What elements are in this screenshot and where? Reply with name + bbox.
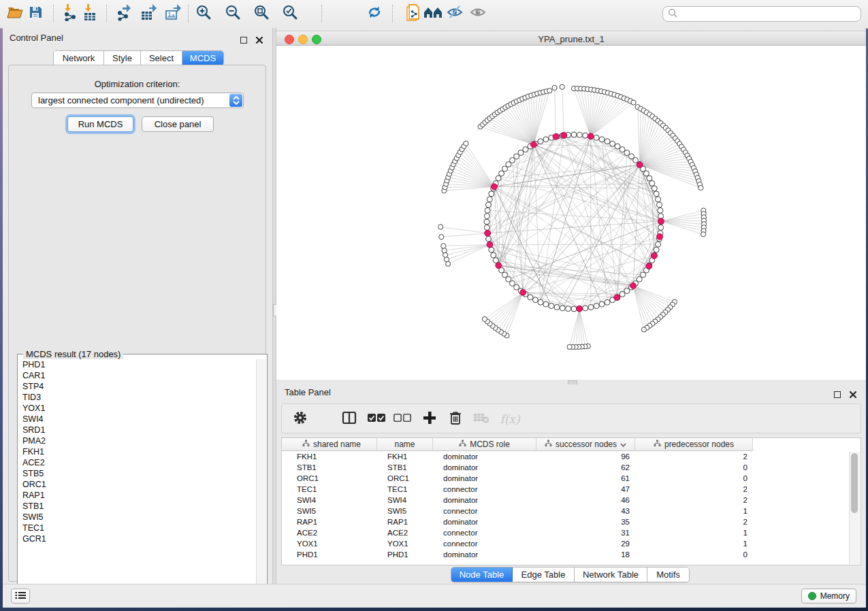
export-network-icon xyxy=(115,3,133,24)
column-header-successor-nodes[interactable]: successor nodes xyxy=(536,438,635,451)
table-cell: YOX1 xyxy=(377,540,433,548)
float-panel-icon[interactable] xyxy=(834,389,841,401)
close-panel-icon[interactable] xyxy=(850,389,856,401)
table-tab-bar: Node Table Edge Table Network Table Moti… xyxy=(451,567,690,582)
column-header-shared-name[interactable]: shared name xyxy=(287,438,377,451)
table-settings-button[interactable] xyxy=(291,411,309,427)
show-graphics-details-button[interactable] xyxy=(467,3,489,24)
split-panel-button[interactable] xyxy=(340,411,358,427)
table-cell: 2 xyxy=(635,485,753,493)
import-table-icon xyxy=(81,3,99,24)
horizontal-splitter[interactable] xyxy=(276,380,866,384)
tab-select[interactable]: Select xyxy=(141,51,182,65)
table-cell: 1 xyxy=(635,529,753,537)
mcds-result-item[interactable]: STP4 xyxy=(18,381,257,392)
delete-column-button[interactable] xyxy=(447,411,464,427)
table-scrollbar-thumb[interactable] xyxy=(851,453,858,513)
export-table-button[interactable] xyxy=(138,3,159,24)
save-session-button[interactable] xyxy=(25,3,46,24)
mcds-result-item[interactable]: PMA2 xyxy=(18,435,257,446)
hide-graphics-details-button[interactable] xyxy=(444,3,466,24)
table-row[interactable]: STB1STB1dominator620 xyxy=(282,462,850,473)
close-panel-icon[interactable] xyxy=(256,34,263,46)
open-file-button[interactable] xyxy=(4,3,26,24)
mcds-result-item[interactable]: GCR1 xyxy=(18,533,257,544)
import-table-button[interactable] xyxy=(79,3,101,24)
memory-button[interactable]: Memory xyxy=(801,589,856,604)
column-header-MCDS-role[interactable]: MCDS role xyxy=(433,438,536,451)
select-all-button[interactable] xyxy=(368,411,385,427)
table-row[interactable]: PHD1PHD1dominator180 xyxy=(282,549,850,560)
zoom-selected-button[interactable] xyxy=(279,3,301,24)
export-network-button[interactable] xyxy=(113,3,135,24)
tab-mcds[interactable]: MCDS xyxy=(182,51,223,65)
show-panel-menu-button[interactable] xyxy=(11,589,30,604)
table-cell: YOX1 xyxy=(287,540,377,548)
table-row[interactable]: YOX1YOX1connector291 xyxy=(282,538,850,549)
control-panel: Control Panel Network Style Select MCDS … xyxy=(3,28,272,584)
mcds-result-item[interactable]: CAR1 xyxy=(18,370,257,381)
mcds-result-item[interactable]: SWI4 xyxy=(18,414,257,425)
table-cell: RAP1 xyxy=(377,518,433,526)
mcds-result-item[interactable]: ORC1 xyxy=(18,479,257,490)
float-panel-icon[interactable] xyxy=(240,34,247,46)
table-cell: 62 xyxy=(536,463,635,472)
column-header-predecessor-nodes[interactable]: predecessor nodes xyxy=(635,438,753,451)
table-row[interactable]: TEC1TEC1connector472 xyxy=(282,484,850,495)
mcds-result-item[interactable]: STB1 xyxy=(18,501,257,512)
mcds-list-scrollbar[interactable] xyxy=(256,359,266,606)
mcds-result-item[interactable]: ACE2 xyxy=(18,457,257,468)
tab-network[interactable]: Network xyxy=(54,51,104,65)
search-box[interactable] xyxy=(662,6,861,22)
table-row[interactable]: RAP1RAP1dominator352 xyxy=(282,516,850,527)
optimization-criterion-select[interactable]: largest connected component (undirected) xyxy=(31,93,244,108)
add-column-button[interactable] xyxy=(421,411,438,427)
tab-motifs[interactable]: Motifs xyxy=(647,567,689,582)
network-manager-button[interactable] xyxy=(422,3,444,24)
tab-node-table[interactable]: Node Table xyxy=(451,567,513,582)
table-row[interactable]: SWI5SWI5connector431 xyxy=(282,506,850,516)
export-image-button[interactable] xyxy=(162,3,184,24)
table-cell: SWI5 xyxy=(287,507,377,515)
mcds-result-list[interactable]: PHD1CAR1STP4TID3YOX1SWI4SRD1PMA2FKH1ACE2… xyxy=(18,359,257,606)
table-row[interactable]: FKH1FKH1dominator962 xyxy=(282,451,850,462)
table-cell: TEC1 xyxy=(377,485,433,493)
table-cell: 46 xyxy=(536,496,635,504)
zoom-fit-button[interactable] xyxy=(251,3,272,24)
network-graph[interactable] xyxy=(276,46,866,380)
search-input[interactable] xyxy=(681,9,861,20)
table-row[interactable]: SWI4SWI4dominator462 xyxy=(282,495,850,506)
refresh-view-button[interactable] xyxy=(364,3,385,24)
open-folder-icon xyxy=(6,4,24,23)
mcds-result-item[interactable]: STB5 xyxy=(18,468,257,479)
network-canvas[interactable] xyxy=(276,46,866,380)
mcds-result-item[interactable]: TID3 xyxy=(18,392,257,403)
unchecked-checkboxes-icon xyxy=(393,413,411,425)
mcds-result-item[interactable]: TEC1 xyxy=(18,523,257,533)
mcds-result-item[interactable]: YOX1 xyxy=(18,403,257,414)
tab-network-table[interactable]: Network Table xyxy=(575,567,647,582)
mcds-result-item[interactable]: FKH1 xyxy=(18,446,257,457)
column-label: predecessor nodes xyxy=(664,440,734,449)
tab-edge-table[interactable]: Edge Table xyxy=(513,567,575,582)
table-row[interactable]: ORC1ORC1dominator610 xyxy=(282,473,850,484)
memory-status-icon xyxy=(808,592,816,600)
mcds-result-item[interactable]: SWI5 xyxy=(18,512,257,523)
toolbar-separator xyxy=(188,5,189,22)
mcds-result-item[interactable]: RAP1 xyxy=(18,490,257,501)
save-floppy-icon xyxy=(27,4,44,23)
mcds-result-item[interactable]: PHD1 xyxy=(18,359,257,370)
share-document-button[interactable] xyxy=(402,3,423,24)
toolbar-separator xyxy=(53,5,54,22)
table-row[interactable]: ACE2ACE2connector311 xyxy=(282,527,850,538)
tab-style[interactable]: Style xyxy=(104,51,141,65)
network-window-titlebar[interactable]: YPA_prune.txt_1 xyxy=(276,31,866,46)
zoom-out-button[interactable] xyxy=(222,3,244,24)
column-header-name[interactable]: name xyxy=(377,438,433,451)
zoom-in-button[interactable] xyxy=(193,3,214,24)
mcds-result-item[interactable]: SRD1 xyxy=(18,425,257,435)
deselect-all-button[interactable] xyxy=(393,411,411,427)
table-scrollbar[interactable] xyxy=(849,452,860,564)
run-mcds-button[interactable]: Run MCDS xyxy=(67,116,133,132)
close-panel-button[interactable]: Close panel xyxy=(142,116,214,132)
